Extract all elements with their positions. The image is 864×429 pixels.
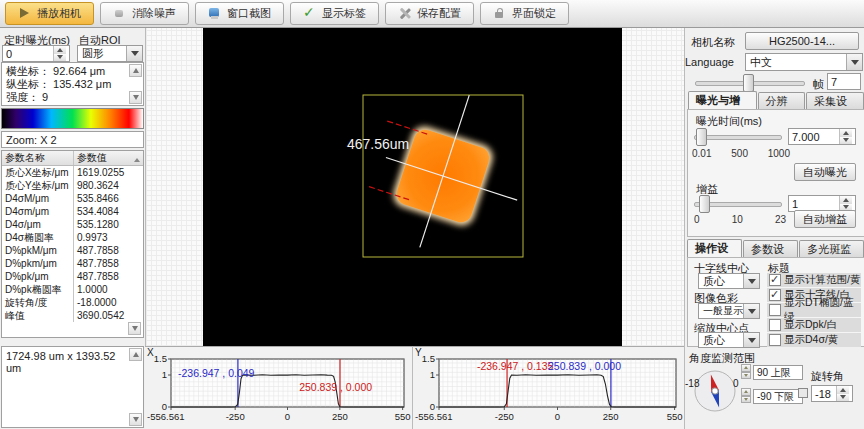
table-row[interactable]: 质心X坐标/μm1619.0255 (2, 166, 143, 179)
x-profile-plot[interactable]: X011.5-556.561-2500250550-236.947 , 0.04… (145, 346, 412, 429)
y-tick-label: 1.5 (154, 353, 167, 364)
rotation-spinner[interactable] (836, 386, 849, 401)
upper-limit-spinner[interactable] (741, 364, 751, 379)
table-row[interactable]: D4σm/μm534.4084 (2, 205, 143, 218)
rotation-angle-input[interactable]: -18 (811, 385, 853, 402)
col-param-value[interactable]: 参数值 (74, 151, 143, 165)
tab-采集设置[interactable]: 采集设置 (806, 92, 864, 110)
toolbar-button[interactable]: 界面锁定 (480, 2, 569, 25)
camera-image-view[interactable]: 467.56um (203, 28, 622, 346)
scroll-up-icon[interactable] (129, 64, 142, 77)
param-value: 534.4084 (74, 205, 143, 218)
checkbox-icon[interactable] (769, 334, 781, 346)
overlay-checkbox-row[interactable]: 显示计算范围/黄 (767, 273, 861, 287)
cursor-y: 纵坐标： 135.432 μm (6, 78, 127, 91)
cursor-info-scrollbar[interactable] (129, 64, 142, 104)
beam-profiler-window: 播放相机消除噪声窗口截图显示标签保存配置界面锁定 定时曝光(ms) 自动ROI … (0, 0, 864, 429)
toolbar-button[interactable]: 保存配置 (385, 2, 474, 25)
tab-曝光与增益[interactable]: 曝光与增益 (688, 91, 757, 110)
frame-value-box[interactable]: 7 (827, 73, 861, 90)
angle-right-value: 0 (733, 378, 739, 389)
lower-limit-input[interactable]: -90 下限 (753, 389, 803, 404)
exposure-spinner[interactable] (839, 129, 852, 144)
chevron-down-icon[interactable] (846, 54, 862, 70)
crosshair-center-dropdown[interactable]: 质心 (698, 273, 760, 289)
chevron-down-icon[interactable] (743, 274, 759, 288)
overlay-checkbox-row[interactable]: 显示D4σ/黄 (767, 333, 861, 347)
table-row[interactable]: D%pkM/μm487.7858 (2, 244, 143, 257)
gain-slider[interactable] (694, 194, 782, 212)
checkbox-icon[interactable] (769, 274, 781, 286)
table-row[interactable]: D%pkm/μm487.7858 (2, 257, 143, 270)
tab-参数设置[interactable]: 参数设置 (743, 240, 798, 258)
settings-tabs: 操作设置参数设置多光斑监测 (687, 240, 864, 258)
scroll-down-icon[interactable] (129, 91, 142, 104)
param-name: D4σM/μm (2, 192, 74, 205)
overlay-checkbox-list: 显示计算范围/黄显示十字线/白显示DT椭圆/蓝绿显示Dpk/白显示D4σ/黄 (767, 273, 861, 348)
table-row[interactable]: 旋转角/度-18.0000 (2, 296, 143, 309)
rotation-angle-checkbox[interactable] (798, 388, 808, 398)
tab-多光斑监测[interactable]: 多光斑监测 (799, 240, 864, 258)
auto-gain-button[interactable]: 自动增益 (794, 210, 856, 228)
operation-settings-group: 十字线中心 质心 图像色彩 一般显示 缩放中心点 质心 标题 显示计算范围/黄显… (687, 257, 864, 347)
size-box-scrollbar[interactable] (129, 348, 142, 426)
lower-limit-spinner[interactable] (741, 388, 751, 403)
param-value: 1.0000 (74, 283, 143, 296)
table-header[interactable]: 参数名称 参数值 (2, 151, 143, 166)
slider-handle[interactable] (696, 128, 707, 146)
slider-handle[interactable] (743, 74, 754, 92)
frame-value: 7 (831, 76, 837, 88)
auto-exposure-button[interactable]: 自动曝光 (794, 163, 856, 181)
checkbox-icon[interactable] (769, 304, 781, 316)
tab-分辨率[interactable]: 分辨率 (758, 92, 806, 110)
table-row[interactable]: D%pk/μm487.7858 (2, 270, 143, 283)
slider-handle[interactable] (699, 195, 710, 213)
auto-roi-dropdown[interactable]: 圆形 (77, 45, 143, 62)
table-row[interactable]: 质心Y坐标/μm980.3624 (2, 179, 143, 192)
param-value: 487.7858 (74, 244, 143, 257)
zoom-center-dropdown[interactable]: 质心 (698, 332, 760, 348)
noise-icon (113, 7, 126, 20)
gain-spinner[interactable] (839, 196, 852, 211)
toolbar-button[interactable]: 消除噪声 (100, 2, 189, 25)
checkbox-icon[interactable] (769, 319, 781, 331)
table-row[interactable]: 峰值3690.0542 (2, 309, 143, 322)
exposure-slider[interactable] (694, 127, 782, 145)
tab-操作设置[interactable]: 操作设置 (687, 239, 742, 258)
camera-name-value: HG2500-14... (769, 35, 835, 47)
y-tick-label: 1.5 (422, 353, 435, 364)
chevron-down-icon[interactable] (743, 333, 759, 347)
chevron-down-icon[interactable] (126, 46, 142, 61)
timed-exposure-spinner[interactable] (53, 46, 66, 61)
language-dropdown[interactable]: 中文 (745, 53, 863, 71)
play-camera-button[interactable]: 播放相机 (5, 2, 94, 25)
scroll-down-icon[interactable] (129, 413, 142, 426)
toolbar-button[interactable]: 显示标签 (290, 2, 379, 25)
table-row[interactable]: D%pk椭圆率1.0000 (2, 283, 143, 296)
acquisition-tabs: 曝光与增益分辨率采集设置 (688, 92, 864, 110)
chevron-down-icon[interactable] (743, 304, 759, 318)
toolbar-button[interactable]: 窗口截图 (195, 2, 284, 25)
table-row[interactable]: D4σM/μm535.8466 (2, 192, 143, 205)
frame-slider[interactable] (695, 73, 805, 91)
toolbar-button-label: 播放相机 (37, 6, 81, 21)
table-row[interactable]: D4σ/μm535.1280 (2, 218, 143, 231)
upper-limit-input[interactable]: 90 上限 (753, 365, 803, 380)
timed-exposure-input[interactable]: 0 (2, 45, 70, 62)
x-tick-label: 0 (285, 411, 290, 422)
overlay-checkbox-row[interactable]: 显示DT椭圆/蓝绿 (767, 303, 861, 317)
col-param-name[interactable]: 参数名称 (2, 151, 74, 165)
camera-name-button[interactable]: HG2500-14... (745, 32, 859, 50)
cursor-x: 横坐标： 92.664 μm (6, 65, 127, 78)
table-scroll-down-icon[interactable] (128, 322, 141, 335)
y-profile-plot[interactable]: Y011.5-556.561-2500250550-236.947 , 0.13… (412, 346, 684, 429)
scroll-up-icon[interactable] (129, 348, 142, 361)
exposure-gain-group: 曝光时间(ms) 7.000 0.015001000 自动曝光 增益 1 (687, 109, 864, 237)
angle-compass[interactable] (691, 364, 737, 414)
x-tick-label: 550 (395, 411, 411, 422)
image-color-dropdown[interactable]: 一般显示 (698, 303, 760, 319)
exposure-input[interactable]: 7.000 (788, 128, 856, 145)
checkbox-icon[interactable] (769, 289, 781, 301)
table-row[interactable]: D4σ椭圆率0.9973 (2, 231, 143, 244)
checkbox-label: 显示Dpk/白 (784, 318, 837, 332)
